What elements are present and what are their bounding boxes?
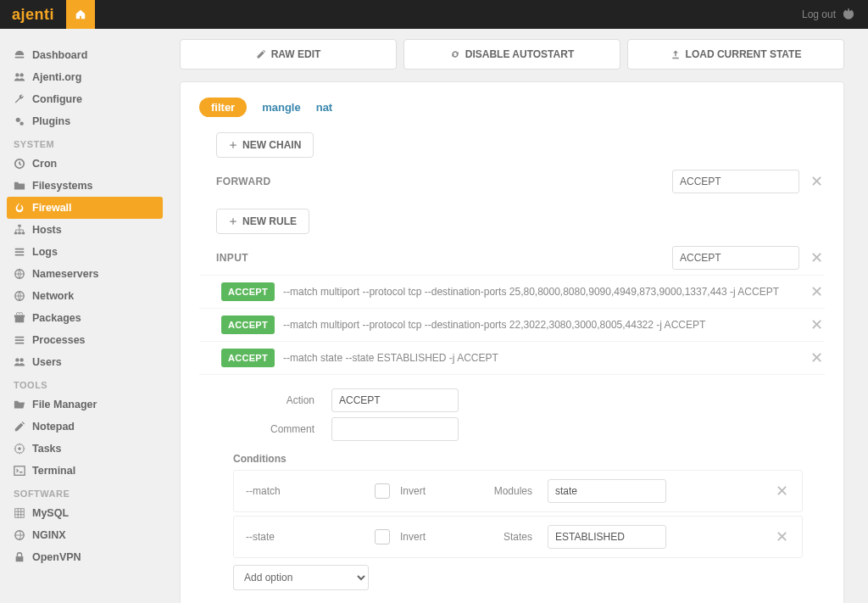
sidebar-item-file-manager[interactable]: File Manager <box>7 394 163 416</box>
delete-rule-icon[interactable]: ✕ <box>808 349 825 367</box>
power-icon <box>843 8 854 20</box>
sidebar-item-tasks[interactable]: Tasks <box>7 438 163 460</box>
action-input[interactable] <box>331 388 459 412</box>
sidebar-item-label: OpenVPN <box>32 551 81 563</box>
comment-input[interactable] <box>331 417 459 441</box>
new-rule-button[interactable]: NEW RULE <box>216 209 309 234</box>
load-current-state-button[interactable]: LOAD CURRENT STATE <box>627 39 844 70</box>
home-icon <box>75 8 86 20</box>
chain-header-forward: FORWARD ✕ <box>199 170 825 193</box>
delete-rule-icon[interactable]: ✕ <box>808 282 825 301</box>
svg-rect-5 <box>18 225 21 227</box>
sidebar-item-label: Dashboard <box>32 49 87 61</box>
invert-checkbox[interactable] <box>375 529 390 544</box>
list-icon <box>14 246 25 258</box>
delete-condition-icon[interactable]: ✕ <box>773 482 790 500</box>
sidebar-item-nginx[interactable]: NGINX <box>7 524 163 546</box>
sidebar-item-nameservers[interactable]: Nameservers <box>7 263 163 285</box>
button-label: DISABLE AUTOSTART <box>465 48 574 60</box>
svg-rect-19 <box>16 556 24 561</box>
table-icon <box>14 507 25 519</box>
sidebar-item-configure[interactable]: Configure <box>7 88 163 110</box>
logout-link[interactable]: Log out <box>788 0 868 29</box>
sidebar-item-label: Configure <box>32 93 82 105</box>
delete-rule-icon[interactable]: ✕ <box>808 315 825 334</box>
sidebar-item-label: Firewall <box>32 202 72 214</box>
sidebar-heading-tools: TOOLS <box>7 373 163 394</box>
invert-label: Invert <box>400 531 451 543</box>
add-option-select[interactable]: Add option <box>233 565 369 590</box>
button-label: LOAD CURRENT STATE <box>686 48 802 60</box>
sidebar-item-filesystems[interactable]: Filesystems <box>7 175 163 197</box>
svg-point-14 <box>19 358 23 361</box>
sidebar-item-processes[interactable]: Processes <box>7 329 163 351</box>
sidebar-item-dashboard[interactable]: Dashboard <box>7 44 163 66</box>
action-label: Action <box>221 394 331 406</box>
plus-icon <box>229 141 237 149</box>
sidebar-item-notepad[interactable]: Notepad <box>7 416 163 438</box>
condition-field-label: States <box>461 531 537 543</box>
delete-condition-icon[interactable]: ✕ <box>773 528 790 546</box>
invert-checkbox[interactable] <box>375 483 390 499</box>
home-button[interactable] <box>66 0 95 29</box>
rule-row[interactable]: ACCEPT --match state --state ESTABLISHED… <box>199 341 825 374</box>
rule-row[interactable]: ACCEPT --match multiport --protocol tcp … <box>199 275 825 308</box>
sidebar-item-label: Tasks <box>32 443 62 455</box>
svg-point-13 <box>15 358 19 361</box>
tab-mangle[interactable]: mangle <box>262 101 301 114</box>
button-label: RAW EDIT <box>271 48 321 60</box>
sidebar-item-packages[interactable]: Packages <box>7 307 163 329</box>
sidebar-item-ajenti-org[interactable]: Ajenti.org <box>7 66 163 88</box>
condition-name: --state <box>246 531 364 543</box>
condition-value-input[interactable] <box>548 479 666 503</box>
sidebar-item-label: Ajenti.org <box>32 71 81 83</box>
sidebar-item-plugins[interactable]: Plugins <box>7 110 163 132</box>
sidebar-item-openvpn[interactable]: OpenVPN <box>7 546 163 568</box>
gift-icon <box>14 312 25 324</box>
globe-icon <box>14 268 25 280</box>
chain-title: INPUT <box>216 252 672 264</box>
condition-value-input[interactable] <box>548 525 666 549</box>
rule-editor: Action Comment Conditions --match Invert… <box>199 374 825 603</box>
sidebar-item-label: Terminal <box>32 465 75 477</box>
sidebar-item-label: Processes <box>32 334 86 346</box>
sidebar-item-label: Notepad <box>32 421 75 433</box>
sidebar-item-users[interactable]: Users <box>7 351 163 373</box>
disable-autostart-button[interactable]: DISABLE AUTOSTART <box>403 39 620 70</box>
sidebar-item-label: Users <box>32 356 62 368</box>
delete-chain-icon[interactable]: ✕ <box>808 172 825 191</box>
list-icon <box>14 334 25 346</box>
chain-policy-input[interactable] <box>672 170 799 193</box>
delete-chain-icon[interactable]: ✕ <box>808 248 825 267</box>
sidebar-item-firewall[interactable]: Firewall <box>7 197 163 219</box>
clock-icon <box>14 158 25 170</box>
sidebar-item-cron[interactable]: Cron <box>7 153 163 175</box>
sidebar-item-terminal[interactable]: Terminal <box>7 460 163 482</box>
upload-icon <box>670 49 681 59</box>
button-label: NEW RULE <box>242 215 297 227</box>
new-chain-button[interactable]: NEW CHAIN <box>216 132 314 158</box>
sidebar-item-hosts[interactable]: Hosts <box>7 219 163 241</box>
lock-icon <box>14 551 25 563</box>
edit-icon <box>14 421 25 433</box>
sidebar-item-network[interactable]: Network <box>7 285 163 307</box>
main-content: RAW EDIT DISABLE AUTOSTART LOAD CURRENT … <box>170 29 865 603</box>
condition-name: --match <box>246 485 364 497</box>
wrench-icon <box>14 93 25 105</box>
terminal-icon <box>14 465 25 477</box>
tab-filter[interactable]: filter <box>199 98 247 117</box>
sidebar-item-logs[interactable]: Logs <box>7 241 163 263</box>
rule-row[interactable]: ACCEPT --match multiport --protocol tcp … <box>199 308 825 341</box>
sidebar-item-label: Filesystems <box>32 180 93 192</box>
sidebar-item-label: Plugins <box>32 115 70 127</box>
svg-point-3 <box>19 121 23 125</box>
rule-action-badge: ACCEPT <box>221 282 275 301</box>
rule-action-badge: ACCEPT <box>221 349 275 367</box>
raw-edit-button[interactable]: RAW EDIT <box>180 39 397 70</box>
sidebar-item-mysql[interactable]: MySQL <box>7 502 163 524</box>
dashboard-icon <box>14 49 25 61</box>
chain-policy-input[interactable] <box>672 246 799 270</box>
refresh-icon <box>450 49 460 59</box>
tab-nat[interactable]: nat <box>316 101 333 114</box>
firewall-panel: filter mangle nat NEW CHAIN FORWARD ✕ NE… <box>180 81 844 603</box>
